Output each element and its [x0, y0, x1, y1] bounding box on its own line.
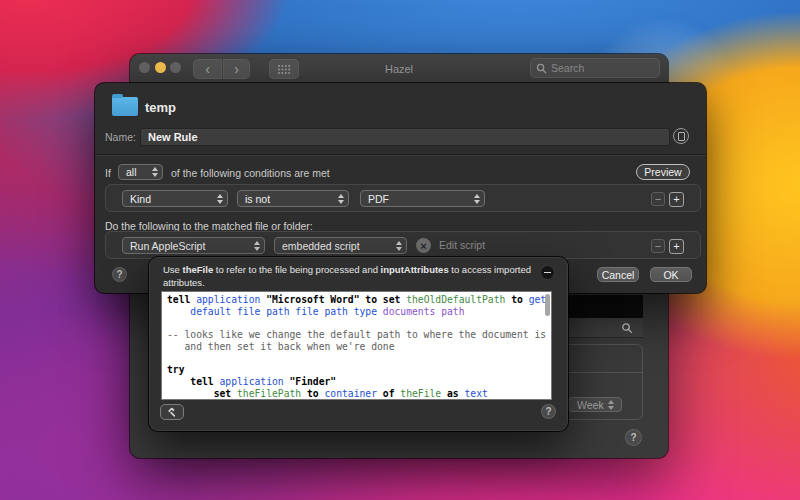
plus-icon: +: [673, 194, 679, 205]
code-token: to: [307, 388, 325, 399]
remove-action-button[interactable]: −: [651, 239, 665, 253]
stepper-icon: [338, 194, 344, 204]
add-action-button[interactable]: +: [669, 239, 684, 254]
stepper-icon: [608, 400, 614, 410]
hammer-icon: [166, 406, 179, 419]
if-prefix: If: [105, 167, 111, 179]
code-line: tell application "Finder": [167, 376, 551, 388]
hazel-titlebar[interactable]: ‹ › Hazel Searc: [130, 54, 668, 84]
remove-condition-button[interactable]: −: [651, 192, 665, 206]
stepper-icon: [217, 194, 223, 204]
stepper-icon: [474, 194, 480, 204]
code-token: to: [511, 294, 529, 305]
rule-help-button[interactable]: ?: [112, 267, 127, 282]
match-mode-value: all: [126, 166, 148, 178]
script-hint-text: Use theFile to refer to the file being p…: [163, 264, 535, 289]
minus-icon: −: [655, 194, 661, 205]
search-icon: [621, 322, 633, 334]
search-icon: [536, 63, 547, 74]
code-line: tell application "Microsoft Word" to set…: [167, 294, 551, 306]
hint-segment: theFile: [183, 264, 214, 275]
code-token: "Microsoft Word": [266, 294, 365, 305]
code-token: tell: [167, 376, 220, 387]
document-badge-button[interactable]: [673, 128, 689, 144]
code-line: and then set it back when we're done: [167, 341, 551, 353]
code-line: [167, 317, 551, 329]
code-token: theOldDefaultPath: [406, 294, 511, 305]
week-select[interactable]: Week: [568, 397, 622, 412]
condition-attribute-select[interactable]: Kind: [122, 190, 228, 207]
condition-operator-select[interactable]: is not: [237, 190, 349, 207]
condition-value: PDF: [368, 193, 470, 205]
ok-label: OK: [663, 269, 678, 281]
code-token: default file path file path type: [190, 306, 382, 317]
code-line: [167, 353, 551, 365]
script-mode-select[interactable]: embedded script: [274, 237, 407, 254]
code-token: try: [167, 364, 185, 375]
code-token: -- looks like we change the default path…: [167, 329, 546, 340]
applescript-editor[interactable]: tell application "Microsoft Word" to set…: [161, 291, 552, 400]
condition-attribute-value: Kind: [130, 193, 213, 205]
section-divider: [95, 154, 706, 155]
search-placeholder: Search: [551, 62, 584, 74]
stepper-icon: [254, 241, 260, 251]
code-token: of: [383, 388, 401, 399]
match-mode-select[interactable]: all: [118, 164, 163, 180]
minus-icon: [544, 272, 551, 274]
preview-button[interactable]: Preview: [636, 164, 690, 180]
code-token: container: [325, 388, 383, 399]
hint-segment: inputAttributes: [381, 264, 449, 275]
code-token: and then set it back when we're done: [167, 341, 394, 352]
cancel-label: Cancel: [602, 269, 635, 281]
stepper-icon: [396, 241, 402, 251]
search-input[interactable]: Search: [530, 58, 660, 78]
condition-value-select[interactable]: PDF: [360, 190, 485, 207]
preview-label: Preview: [644, 166, 681, 178]
hint-segment: to refer to the file being processed and: [213, 264, 380, 275]
name-label: Name:: [105, 131, 136, 143]
action-row: Run AppleScript embedded script × Edit s…: [105, 231, 701, 259]
help-label: ?: [545, 406, 551, 417]
code-token: to set: [365, 294, 406, 305]
code-token: application: [196, 294, 266, 305]
condition-operator-value: is not: [245, 193, 334, 205]
x-icon: ×: [420, 240, 426, 252]
add-condition-button[interactable]: +: [669, 192, 684, 207]
code-token: get: [529, 294, 547, 305]
close-script-popover-button[interactable]: ×: [416, 238, 431, 253]
code-token: [167, 306, 190, 317]
conditions-suffix: of the following conditions are met: [171, 167, 330, 179]
code-token: "Finder": [290, 376, 337, 387]
edit-script-button[interactable]: Edit script: [439, 239, 485, 251]
collapse-button[interactable]: [540, 265, 555, 280]
code-token: documents path: [383, 306, 465, 317]
code-line: try: [167, 364, 551, 376]
compile-script-button[interactable]: [160, 404, 184, 420]
code-token: theFile: [400, 388, 447, 399]
code-token: tell: [167, 294, 196, 305]
hint-segment: attributes.: [163, 277, 205, 288]
rule-name-value: New Rule: [148, 131, 198, 143]
ok-button[interactable]: OK: [650, 267, 692, 282]
cancel-button[interactable]: Cancel: [597, 267, 639, 282]
code-line: set theFilePath to container of theFile …: [167, 388, 551, 400]
code-token: application: [220, 376, 290, 387]
code-token: set: [167, 388, 237, 399]
folder-name: temp: [145, 100, 176, 115]
minus-icon: −: [655, 241, 661, 252]
main-help-button[interactable]: ?: [625, 429, 642, 446]
rule-name-input[interactable]: New Rule: [140, 128, 670, 146]
plus-icon: +: [673, 241, 679, 252]
screen: ‹ › Hazel Searc: [0, 0, 800, 500]
action-select[interactable]: Run AppleScript: [122, 237, 265, 254]
code-token: theFilePath: [237, 388, 307, 399]
week-select-value: Week: [577, 399, 604, 411]
code-line: -- looks like we change the default path…: [167, 329, 551, 341]
code-line: default file path file path type documen…: [167, 306, 551, 318]
scrollbar-thumb[interactable]: [545, 294, 550, 316]
help-label: ?: [630, 432, 636, 443]
hint-segment: Use: [163, 264, 183, 275]
popover-help-button[interactable]: ?: [541, 404, 556, 419]
document-icon: [678, 132, 685, 141]
code-token: as: [447, 388, 465, 399]
